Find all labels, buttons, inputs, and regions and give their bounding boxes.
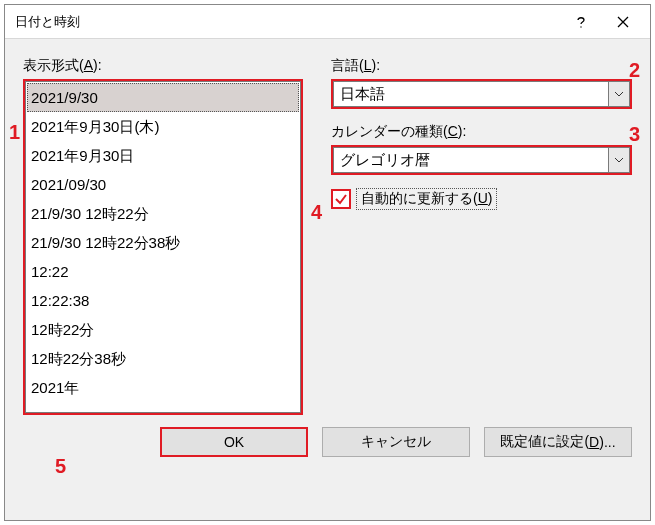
format-item[interactable]: 21/9/30 12時22分38秒 <box>27 228 299 257</box>
auto-update-checkbox[interactable] <box>331 189 351 209</box>
titlebar: 日付と時刻 <box>5 5 650 39</box>
ok-button[interactable]: OK <box>160 427 308 457</box>
format-item[interactable]: 2021年9月30日(木) <box>27 112 299 141</box>
calendar-label: カレンダーの種類(C): <box>331 123 632 141</box>
button-row: OK キャンセル 既定値に設定(D)... <box>23 427 632 457</box>
format-item[interactable]: 2021年 <box>27 373 299 402</box>
auto-update-label[interactable]: 自動的に更新する(U) <box>357 189 496 209</box>
format-item[interactable]: 12:22 <box>27 257 299 286</box>
cancel-button[interactable]: キャンセル <box>322 427 470 457</box>
svg-point-0 <box>580 26 581 27</box>
format-label: 表示形式(A): <box>23 57 303 75</box>
dialog-content: 表示形式(A): 2021/9/302021年9月30日(木)2021年9月30… <box>5 39 650 471</box>
language-label: 言語(L): <box>331 57 632 75</box>
set-default-button[interactable]: 既定値に設定(D)... <box>484 427 632 457</box>
format-item[interactable]: 12時22分38秒 <box>27 344 299 373</box>
chevron-down-icon[interactable] <box>608 147 630 173</box>
language-value: 日本語 <box>333 81 608 107</box>
format-item[interactable]: 2021/09/30 <box>27 170 299 199</box>
format-item[interactable]: 12時22分 <box>27 315 299 344</box>
calendar-value: グレゴリオ暦 <box>333 147 608 173</box>
format-item[interactable]: 2021年9月30日 <box>27 141 299 170</box>
format-item[interactable]: 12:22:38 <box>27 286 299 315</box>
date-time-dialog: 日付と時刻 表示形式(A): 2021/9/302021年9月30日(木)202… <box>4 4 651 521</box>
calendar-combobox[interactable]: グレゴリオ暦 <box>331 145 632 175</box>
close-button[interactable] <box>602 8 644 36</box>
language-combobox[interactable]: 日本語 <box>331 79 632 109</box>
chevron-down-icon[interactable] <box>608 81 630 107</box>
help-button[interactable] <box>560 8 602 36</box>
format-item[interactable]: 2021/9/30 <box>27 83 299 112</box>
format-item[interactable]: 21/9/30 12時22分 <box>27 199 299 228</box>
window-title: 日付と時刻 <box>15 13 560 31</box>
format-listbox[interactable]: 2021/9/302021年9月30日(木)2021年9月30日2021/09/… <box>23 79 303 415</box>
